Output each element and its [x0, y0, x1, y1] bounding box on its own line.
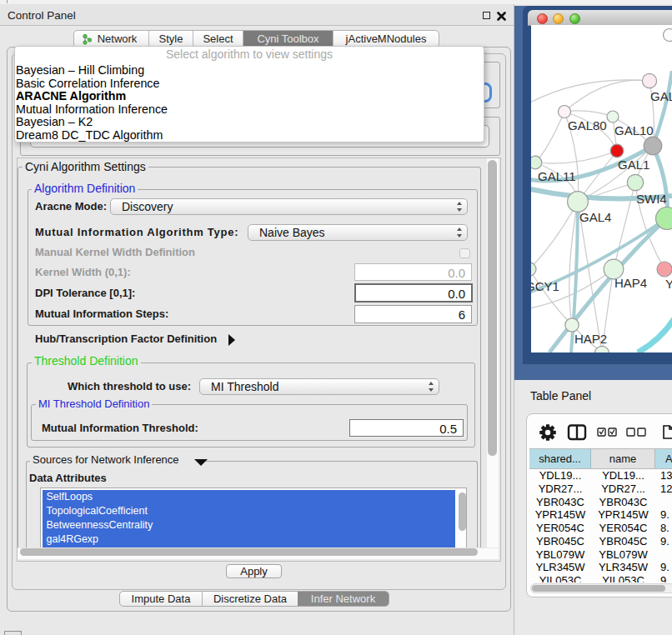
svg-text:GCY1: GCY1 [531, 279, 559, 293]
svg-text:GAL80: GAL80 [568, 118, 607, 132]
svg-text:SWI4: SWI4 [636, 192, 667, 206]
svg-text:HAP2: HAP2 [574, 332, 607, 346]
svg-text:GAL1: GAL1 [618, 158, 649, 172]
svg-text:Y: Y [665, 277, 672, 291]
svg-text:HAP4: HAP4 [614, 276, 647, 290]
svg-text:GAL2: GAL2 [650, 89, 672, 103]
svg-text:GAL4: GAL4 [579, 210, 611, 224]
svg-text:GAL10: GAL10 [614, 123, 654, 138]
svg-text:GAL11: GAL11 [538, 169, 576, 183]
